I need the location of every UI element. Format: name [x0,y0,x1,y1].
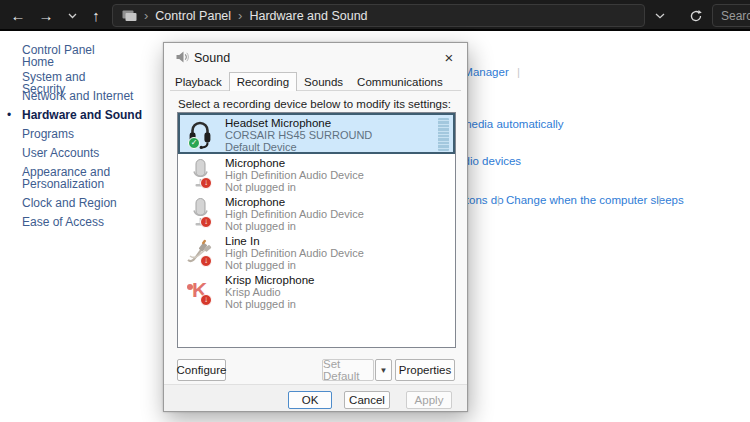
not-plugged-in-icon: ↓ [200,255,212,267]
line-in-icon: ↓ [186,236,214,267]
location-icon [122,10,137,22]
back-icon[interactable]: ← [6,0,30,31]
tab-sounds[interactable]: Sounds [297,74,350,91]
headset-icon: ✓ [186,118,214,149]
instruction-text: Select a recording device below to modif… [178,98,451,110]
breadcrumb-separator: › [238,8,242,23]
sidebar-item-hardware-and-sound[interactable]: Hardware and Sound [22,109,152,121]
explorer-toolbar: ← → ↑ › Control Panel › Hardware and Sou… [0,0,750,31]
dropdown-arrow-icon: ▼ [380,366,388,375]
control-panel-window: ← → ↑ › Control Panel › Hardware and Sou… [0,0,750,422]
cancel-button[interactable]: Cancel [344,391,390,409]
configure-button[interactable]: Configure [177,359,226,381]
device-status: Not plugged in [225,182,364,194]
address-dropdown-icon[interactable] [648,4,672,27]
device-description: Krisp Audio [225,287,314,299]
device-description: High Definition Audio Device [225,248,364,260]
apply-button[interactable]: Apply [406,391,452,409]
breadcrumb-separator: › [144,8,148,23]
device-row-microphone-2[interactable]: ↓ Microphone High Definition Audio Devic… [178,193,455,232]
device-description: High Definition Audio Device [225,209,364,221]
device-status: Not plugged in [225,221,364,233]
microphone-icon: ↓ [186,158,214,189]
device-status: Not plugged in [225,260,364,272]
sidebar-item-ease-of-access[interactable]: Ease of Access [22,216,126,228]
properties-button[interactable]: Properties [395,359,455,381]
set-default-button[interactable]: Set Default [322,359,374,381]
device-status: Not plugged in [225,299,314,311]
set-default-dropdown-button[interactable]: ▼ [375,359,392,381]
device-status: Default Device [225,142,372,154]
microphone-icon: ↓ [186,197,214,228]
sidebar-item-appearance-and-personalization[interactable]: Appearance and Personalization [22,166,126,190]
dialog-title: Sound [194,51,230,65]
link-separator: | [497,194,500,206]
ok-button[interactable]: OK [288,391,332,409]
sidebar-item-clock-and-region[interactable]: Clock and Region [22,197,126,209]
sidebar-item-programs[interactable]: Programs [22,128,126,140]
forward-icon[interactable]: → [34,0,58,31]
up-icon[interactable]: ↑ [84,0,108,31]
sidebar-item-network-and-internet[interactable]: Network and Internet [22,90,142,102]
not-plugged-in-icon: ↓ [200,216,212,228]
recent-locations-chevron-icon[interactable] [60,0,84,31]
link-separator: | [658,194,661,206]
input-level-meter [438,118,449,151]
search-box[interactable] [712,4,750,27]
address-bar[interactable]: › Control Panel › Hardware and Sound [112,4,645,27]
breadcrumb-control-panel[interactable]: Control Panel [155,9,231,23]
device-row-krisp-microphone[interactable]: K ↓ Krisp Microphone Krisp Audio Not plu… [178,271,455,310]
krisp-icon: K ↓ [186,275,214,306]
sidebar-item-user-accounts[interactable]: User Accounts [22,147,126,159]
search-input[interactable] [721,9,750,23]
sound-dialog: Sound × Playback Recording Sounds Commun… [163,42,468,412]
sidebar-item-control-panel-home[interactable]: Control Panel Home [22,44,126,68]
recording-device-list[interactable]: ✓ Headset Microphone CORSAIR HS45 SURROU… [177,112,456,348]
breadcrumb-hardware-and-sound[interactable]: Hardware and Sound [249,9,367,23]
default-device-check-icon: ✓ [188,137,200,149]
device-description: CORSAIR HS45 SURROUND [225,130,372,142]
tab-strip: Playback Recording Sounds Communications [168,72,450,91]
not-plugged-in-icon: ↓ [200,294,212,306]
not-plugged-in-icon: ↓ [200,177,212,189]
link-separator: | [517,66,520,78]
device-row-headset-microphone[interactable]: ✓ Headset Microphone CORSAIR HS45 SURROU… [178,113,455,154]
device-row-line-in[interactable]: ↓ Line In High Definition Audio Device N… [178,232,455,271]
device-row-microphone-1[interactable]: ↓ Microphone High Definition Audio Devic… [178,154,455,193]
device-description: High Definition Audio Device [225,170,364,182]
speaker-icon [175,50,189,64]
tab-playback[interactable]: Playback [168,74,229,91]
close-icon[interactable]: × [440,48,458,66]
tab-recording[interactable]: Recording [229,72,297,91]
refresh-icon[interactable] [684,4,708,27]
active-item-bullet-icon: • [7,109,11,121]
tab-communications[interactable]: Communications [350,74,450,91]
